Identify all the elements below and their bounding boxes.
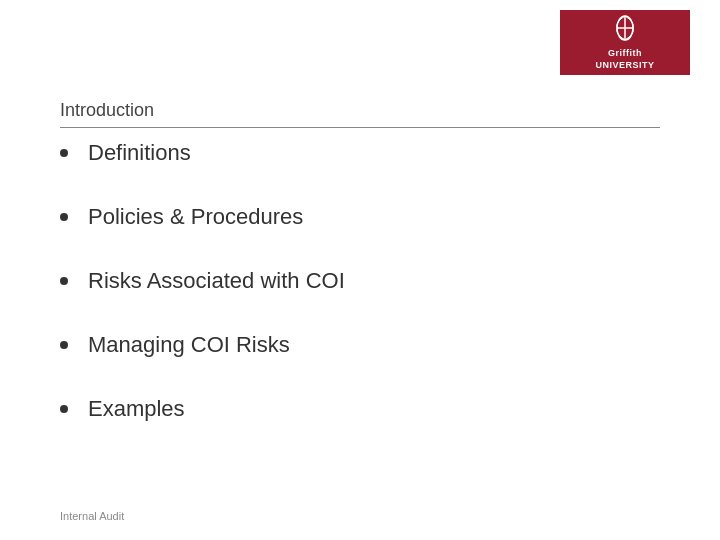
- list-item: Examples: [60, 396, 660, 422]
- section-title: Introduction: [60, 100, 660, 128]
- slide: Griffith UNIVERSITY Introduction Definit…: [0, 0, 720, 540]
- bullet-text: Risks Associated with COI: [88, 268, 345, 294]
- bullet-list: Definitions Policies & Procedures Risks …: [60, 140, 660, 460]
- bullet-dot: [60, 405, 68, 413]
- bullet-text: Managing COI Risks: [88, 332, 290, 358]
- bullet-text: Policies & Procedures: [88, 204, 303, 230]
- logo-area: Griffith UNIVERSITY: [560, 10, 690, 75]
- university-icon: [605, 14, 645, 46]
- bullet-dot: [60, 213, 68, 221]
- footer-label: Internal Audit: [60, 510, 124, 522]
- list-item: Definitions: [60, 140, 660, 166]
- list-item: Policies & Procedures: [60, 204, 660, 230]
- bullet-dot: [60, 149, 68, 157]
- logo-box: Griffith UNIVERSITY: [560, 10, 690, 75]
- bullet-text: Definitions: [88, 140, 191, 166]
- list-item: Risks Associated with COI: [60, 268, 660, 294]
- section-heading: Introduction: [60, 100, 660, 128]
- logo-line2: UNIVERSITY: [595, 60, 654, 70]
- bullet-text: Examples: [88, 396, 185, 422]
- list-item: Managing COI Risks: [60, 332, 660, 358]
- griffith-crest-svg: [605, 14, 645, 42]
- logo-text: Griffith UNIVERSITY: [595, 48, 654, 71]
- logo-line1: Griffith: [608, 48, 642, 58]
- bullet-dot: [60, 277, 68, 285]
- bullet-dot: [60, 341, 68, 349]
- footer: Internal Audit: [60, 506, 124, 524]
